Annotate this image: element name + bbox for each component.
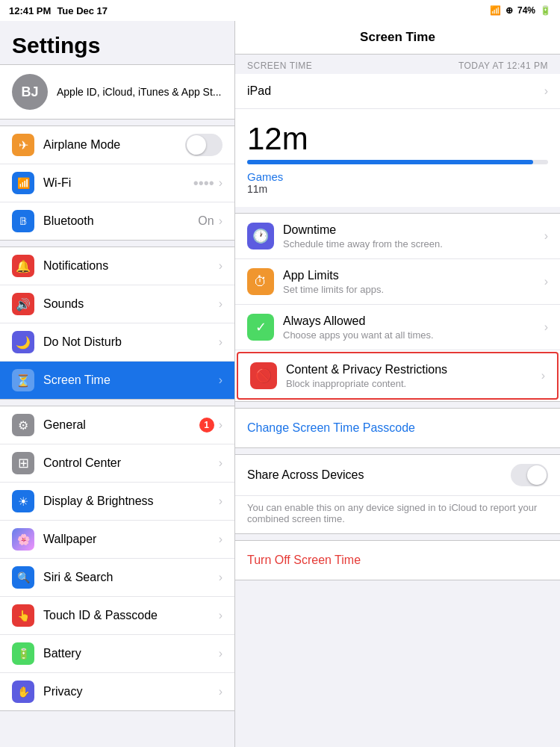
sounds-chevron: › — [219, 297, 223, 311]
main-layout: Settings BJ Apple ID, iCloud, iTunes & A… — [0, 21, 560, 747]
sidebar-item-battery[interactable]: 🔋 Battery › — [0, 635, 234, 673]
sidebar-item-airplane[interactable]: ✈ Airplane Mode — [0, 126, 234, 164]
notifications-chevron: › — [219, 259, 223, 273]
battery-settings-icon: 🔋 — [12, 642, 34, 665]
sidebar-item-wifi[interactable]: 📶 Wi-Fi •••• › — [0, 164, 234, 202]
panel-title: Screen Time — [360, 30, 435, 44]
contentprivacy-text: Content & Privacy Restrictions Block ina… — [286, 363, 541, 389]
downtime-subtitle: Schedule time away from the screen. — [283, 238, 544, 249]
privacy-icon: ✋ — [12, 681, 34, 703]
sounds-icon: 🔊 — [12, 293, 34, 315]
display-chevron: › — [219, 495, 223, 508]
profile-row[interactable]: BJ Apple ID, iCloud, iTunes & App St... — [0, 64, 234, 120]
siri-chevron: › — [219, 571, 223, 584]
donotdisturb-label: Do Not Disturb — [43, 335, 219, 349]
device-chevron: › — [544, 84, 548, 98]
share-description: You can enable this on any device signed… — [235, 496, 560, 533]
device-row[interactable]: iPad › — [235, 74, 560, 109]
applimits-chevron: › — [544, 275, 548, 288]
wifi-label: Wi-Fi — [43, 176, 193, 190]
feature-alwaysallowed[interactable]: ✓ Always Allowed Choose apps you want at… — [235, 305, 560, 350]
feature-downtime[interactable]: 🕐 Downtime Schedule time away from the s… — [235, 214, 560, 259]
turnoff-item[interactable]: Turn Off Screen Time — [235, 541, 560, 580]
status-bar: 12:41 PM Tue Dec 17 📶 ⊕ 74% 🔋 — [0, 0, 560, 21]
display-icon: ☀ — [12, 490, 34, 512]
share-toggle-knob — [527, 465, 547, 485]
airplane-toggle[interactable] — [185, 134, 223, 156]
sidebar-item-displaybrightness[interactable]: ☀ Display & Brightness › — [0, 483, 234, 521]
privacy-label: Privacy — [43, 685, 219, 698]
sounds-label: Sounds — [43, 297, 219, 311]
airplane-icon: ✈ — [12, 134, 34, 156]
wallpaper-chevron: › — [219, 533, 223, 546]
passcode-group: Change Screen Time Passcode — [235, 408, 560, 448]
sidebar: Settings BJ Apple ID, iCloud, iTunes & A… — [0, 21, 235, 747]
applimits-icon: ⏱ — [247, 268, 274, 295]
airplane-label: Airplane Mode — [43, 138, 185, 152]
contentprivacy-subtitle: Block inappropriate content. — [286, 378, 541, 389]
sidebar-item-touchid[interactable]: 👆 Touch ID & Passcode › — [0, 597, 234, 635]
battery-label: Battery — [43, 647, 219, 660]
sidebar-item-controlcenter[interactable]: ⊞ Control Center › — [0, 444, 234, 483]
usage-category: Games — [247, 170, 548, 183]
sidebar-title: Settings — [0, 21, 234, 64]
display-label: Display & Brightness — [43, 495, 219, 508]
notifications-icon: 🔔 — [12, 255, 34, 277]
share-group: Share Across Devices You can enable this… — [235, 454, 560, 534]
wallpaper-label: Wallpaper — [43, 533, 219, 546]
wifi-chevron: › — [219, 176, 223, 190]
contentprivacy-icon: 🚫 — [250, 362, 277, 389]
screentime-label: Screen Time — [43, 374, 219, 387]
alerts-group: 🔔 Notifications › 🔊 Sounds › 🌙 Do Not Di… — [0, 247, 234, 400]
alwaysallowed-text: Always Allowed Choose apps you want at a… — [283, 314, 544, 341]
wallpaper-icon: 🌸 — [12, 528, 34, 551]
sidebar-item-sirisearch[interactable]: 🔍 Siri & Search › — [0, 559, 234, 597]
battery-chevron: › — [219, 647, 223, 660]
privacy-chevron: › — [219, 685, 223, 698]
sidebar-item-screentime[interactable]: ⏳ Screen Time › — [0, 362, 234, 399]
sidebar-item-wallpaper[interactable]: 🌸 Wallpaper › — [0, 521, 234, 559]
applimits-subtitle: Set time limits for apps. — [283, 284, 544, 295]
wifi-value: •••• — [193, 175, 214, 192]
usage-bar — [247, 160, 533, 164]
sidebar-item-notifications[interactable]: 🔔 Notifications › — [0, 247, 234, 285]
contentprivacy-title: Content & Privacy Restrictions — [286, 363, 541, 376]
status-bar-right: 📶 ⊕ 74% 🔋 — [490, 5, 551, 16]
connectivity-group: ✈ Airplane Mode 📶 Wi-Fi •••• › 𝔹 Bluetoo… — [0, 125, 234, 241]
status-date: Tue Dec 17 — [57, 5, 108, 16]
general-label: General — [43, 418, 199, 432]
applimits-title: App Limits — [283, 269, 544, 282]
usage-card: 12m Games 11m — [235, 109, 560, 207]
wifi-icon: 📶 — [490, 5, 501, 16]
sidebar-item-donotdisturb[interactable]: 🌙 Do Not Disturb › — [0, 323, 234, 362]
sidebar-item-bluetooth[interactable]: 𝔹 Bluetooth On › — [0, 202, 234, 240]
bluetooth-icon: 𝔹 — [12, 210, 34, 232]
sidebar-item-privacy[interactable]: ✋ Privacy › — [0, 673, 234, 710]
touchid-chevron: › — [219, 609, 223, 622]
change-passcode-item[interactable]: Change Screen Time Passcode — [235, 409, 560, 447]
screentime-icon: ⏳ — [12, 369, 34, 391]
donotdisturb-chevron: › — [219, 335, 223, 349]
controlcenter-chevron: › — [219, 456, 223, 470]
feature-applimits[interactable]: ⏱ App Limits Set time limits for apps. › — [235, 259, 560, 305]
usage-time: 12m — [247, 121, 548, 157]
right-panel: Screen Time SCREEN TIME Today at 12:41 P… — [235, 21, 560, 747]
share-toggle[interactable] — [511, 464, 548, 486]
applimits-text: App Limits Set time limits for apps. — [283, 269, 544, 295]
alwaysallowed-chevron: › — [544, 320, 548, 334]
downtime-title: Downtime — [283, 223, 544, 237]
general-chevron: › — [219, 418, 223, 432]
bluetooth-chevron: › — [219, 214, 223, 228]
profile-subtitle: Apple ID, iCloud, iTunes & App St... — [57, 86, 222, 98]
notifications-label: Notifications — [43, 259, 219, 273]
section-label-row: SCREEN TIME Today at 12:41 PM — [235, 55, 560, 74]
sidebar-item-sounds[interactable]: 🔊 Sounds › — [0, 285, 234, 323]
donotdisturb-icon: 🌙 — [12, 331, 34, 353]
share-title: Share Across Devices — [247, 468, 364, 482]
feature-contentprivacy[interactable]: 🚫 Content & Privacy Restrictions Block i… — [237, 352, 559, 400]
section-label: SCREEN TIME — [247, 61, 312, 71]
share-row[interactable]: Share Across Devices — [235, 455, 560, 496]
downtime-icon: 🕐 — [247, 223, 274, 249]
sidebar-item-general[interactable]: ⚙ General 1 › — [0, 406, 234, 444]
device-name: iPad — [247, 84, 271, 98]
